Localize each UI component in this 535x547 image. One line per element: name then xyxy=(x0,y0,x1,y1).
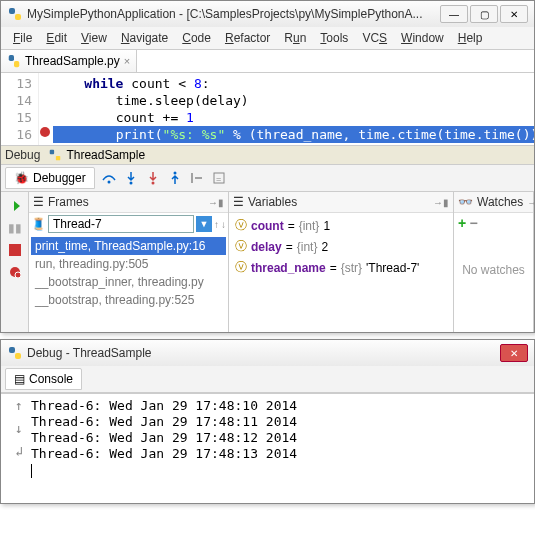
menu-refactor[interactable]: Refactor xyxy=(219,29,276,47)
variables-title: Variables xyxy=(248,195,297,209)
menu-view[interactable]: View xyxy=(75,29,113,47)
console-tab[interactable]: ▤ Console xyxy=(5,368,82,390)
menu-vcs[interactable]: VCS xyxy=(356,29,393,47)
svg-point-7 xyxy=(129,182,132,185)
step-over-icon[interactable] xyxy=(101,170,117,186)
file-tab-label: ThreadSample.py xyxy=(25,54,120,68)
console-cursor xyxy=(31,464,32,478)
svg-text:=: = xyxy=(216,174,221,184)
watches-title: Watches xyxy=(477,195,523,209)
remove-watch-icon[interactable]: − xyxy=(470,215,478,231)
scroll-down-icon[interactable]: ↓ xyxy=(15,421,23,436)
svg-point-6 xyxy=(107,181,110,184)
frames-hide-icon[interactable]: →▮ xyxy=(208,197,224,208)
close-button[interactable]: ✕ xyxy=(500,5,528,23)
frame-up-icon[interactable]: ↑ xyxy=(214,219,219,230)
svg-rect-12 xyxy=(9,244,21,256)
evaluate-icon[interactable]: = xyxy=(211,170,227,186)
console-window-title: Debug - ThreadSample xyxy=(27,346,500,360)
console-line: Thread-6: Wed Jan 29 17:48:10 2014 xyxy=(31,398,528,414)
breakpoint-icon[interactable] xyxy=(40,127,50,137)
menu-window[interactable]: Window xyxy=(395,29,450,47)
console-line: Thread-6: Wed Jan 29 17:48:12 2014 xyxy=(31,430,528,446)
python-file-icon xyxy=(7,54,21,68)
resume-icon[interactable] xyxy=(7,198,23,214)
variable-row[interactable]: ⓥ count = {int} 1 xyxy=(231,215,451,236)
titlebar[interactable]: MySimplePythonApplication - [C:\SamplesP… xyxy=(1,1,534,27)
svg-rect-16 xyxy=(15,353,21,359)
menu-file[interactable]: File xyxy=(7,29,38,47)
variables-hide-icon[interactable]: →▮ xyxy=(433,197,449,208)
stack-frame[interactable]: print_time, ThreadSample.py:16 xyxy=(31,237,226,255)
ide-window: MySimplePythonApplication - [C:\SamplesP… xyxy=(0,0,535,333)
console-line: Thread-6: Wed Jan 29 17:48:13 2014 xyxy=(31,446,528,462)
console-titlebar[interactable]: Debug - ThreadSample ✕ xyxy=(1,340,534,366)
soft-wrap-icon[interactable]: ↲ xyxy=(15,444,23,459)
variables-list[interactable]: ⓥ count = {int} 1 ⓥ delay = {int} 2 ⓥ th… xyxy=(229,213,453,332)
watches-hide-icon[interactable]: →▮ xyxy=(527,197,535,208)
debug-label: Debug xyxy=(5,148,40,162)
thread-dropdown-icon[interactable]: ▼ xyxy=(196,216,212,232)
watches-icon: 👓 xyxy=(458,195,473,209)
force-step-into-icon[interactable] xyxy=(145,170,161,186)
run-to-cursor-icon[interactable] xyxy=(189,170,205,186)
watches-panel: 👓 Watches →▮ + − No watches xyxy=(454,192,534,332)
console-output[interactable]: ↑ ↓ ↲ Thread-6: Wed Jan 29 17:48:10 2014… xyxy=(1,393,534,503)
debug-panels: ▮▮ ☰ Frames →▮ 🧵 Thread-7 ▼ ↑ ↓ print_ti… xyxy=(1,192,534,332)
frames-panel: ☰ Frames →▮ 🧵 Thread-7 ▼ ↑ ↓ print_time,… xyxy=(29,192,229,332)
stack-frame[interactable]: __bootstrap_inner, threading.py xyxy=(31,273,226,291)
svg-rect-3 xyxy=(14,61,19,67)
debugger-tab[interactable]: 🐞 Debugger xyxy=(5,167,95,189)
svg-rect-1 xyxy=(15,14,21,20)
frame-down-icon[interactable]: ↓ xyxy=(221,219,226,230)
svg-rect-15 xyxy=(9,347,15,353)
debug-toolbar: 🐞 Debugger = xyxy=(1,165,534,192)
step-into-icon[interactable] xyxy=(123,170,139,186)
console-close-button[interactable]: ✕ xyxy=(500,344,528,362)
console-tab-icon: ▤ xyxy=(14,372,25,386)
scroll-up-icon[interactable]: ↑ xyxy=(15,398,23,413)
variable-row[interactable]: ⓥ thread_name = {str} 'Thread-7' xyxy=(231,257,451,278)
add-watch-icon[interactable]: + xyxy=(458,215,466,231)
step-out-icon[interactable] xyxy=(167,170,183,186)
console-tabs: ▤ Console xyxy=(1,366,534,393)
maximize-button[interactable]: ▢ xyxy=(470,5,498,23)
svg-rect-5 xyxy=(56,156,60,160)
breakpoint-gutter[interactable] xyxy=(39,73,53,145)
watches-empty: No watches xyxy=(454,233,533,332)
debug-sidebar: ▮▮ xyxy=(1,192,29,332)
pause-icon[interactable]: ▮▮ xyxy=(7,220,23,236)
stack-frame[interactable]: __bootstrap, threading.py:525 xyxy=(31,291,226,309)
code-editor[interactable]: 13 14 15 16 while count < 8: time.sleep(… xyxy=(1,73,534,146)
variables-icon: ☰ xyxy=(233,195,244,209)
menu-navigate[interactable]: Navigate xyxy=(115,29,174,47)
stop-icon[interactable] xyxy=(7,242,23,258)
svg-rect-0 xyxy=(9,8,15,14)
svg-rect-4 xyxy=(50,150,54,154)
menubar: File Edit View Navigate Code Refactor Ru… xyxy=(1,27,534,50)
frames-icon: ☰ xyxy=(33,195,44,209)
code-area[interactable]: while count < 8: time.sleep(delay) count… xyxy=(53,73,534,145)
file-tab[interactable]: ThreadSample.py × xyxy=(1,50,137,72)
svg-point-14 xyxy=(15,272,21,278)
menu-help[interactable]: Help xyxy=(452,29,489,47)
call-stack[interactable]: print_time, ThreadSample.py:16 run, thre… xyxy=(29,235,228,332)
stack-frame[interactable]: run, threading.py:505 xyxy=(31,255,226,273)
line-gutter: 13 14 15 16 xyxy=(1,73,39,145)
menu-code[interactable]: Code xyxy=(176,29,217,47)
app-icon xyxy=(7,345,23,361)
debug-target: ThreadSample xyxy=(66,148,145,162)
view-breakpoints-icon[interactable] xyxy=(7,264,23,280)
svg-point-8 xyxy=(151,182,154,185)
menu-tools[interactable]: Tools xyxy=(314,29,354,47)
minimize-button[interactable]: — xyxy=(440,5,468,23)
thread-selector[interactable]: 🧵 Thread-7 ▼ ↑ ↓ xyxy=(29,213,228,235)
python-run-icon xyxy=(48,148,62,162)
menu-run[interactable]: Run xyxy=(278,29,312,47)
close-tab-icon[interactable]: × xyxy=(124,55,130,67)
console-line: Thread-6: Wed Jan 29 17:48:11 2014 xyxy=(31,414,528,430)
variable-row[interactable]: ⓥ delay = {int} 2 xyxy=(231,236,451,257)
app-icon xyxy=(7,6,23,22)
svg-rect-2 xyxy=(9,55,14,61)
menu-edit[interactable]: Edit xyxy=(40,29,73,47)
